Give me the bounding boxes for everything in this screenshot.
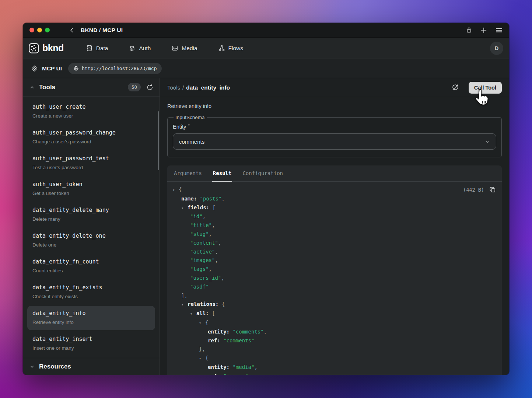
chevron-up-icon — [29, 85, 35, 90]
app-window: BKND / MCP UI bknd — [23, 23, 509, 375]
tool-item-description: Test a user's password — [32, 164, 150, 171]
json-key: relations: — [188, 301, 222, 307]
sidebar-item-auth_user_password_change[interactable]: auth_user_password_change Change a user'… — [27, 125, 155, 150]
tools-section-header[interactable]: Tools 50 — [23, 78, 160, 97]
json-string: "images" — [190, 257, 215, 263]
json-punctuation: { — [179, 186, 182, 192]
sidebar-item-data_entity_fn_count[interactable]: data_entity_fn_count Count entities — [27, 254, 155, 279]
tool-item-name: auth_user_password_test — [32, 155, 150, 162]
nav-item-media[interactable]: Media — [171, 45, 197, 52]
sidebar-item-auth_user_create[interactable]: auth_user_create Create a new user — [27, 100, 155, 124]
mcp-url-pill[interactable]: http://localhost:28623/mcp — [68, 63, 162, 74]
tool-item-name: data_entity_fn_count — [32, 258, 150, 265]
new-tab-button[interactable] — [480, 27, 487, 34]
entity-select[interactable]: comments — [173, 133, 496, 150]
json-line: "slug", — [167, 230, 502, 239]
json-punctuation: { — [222, 301, 225, 307]
tool-description: Retrieve entity info — [167, 103, 502, 109]
json-punctuation: , — [254, 364, 257, 370]
json-string: "images" — [223, 373, 248, 375]
json-line: "tags", — [167, 265, 502, 274]
input-schema-fieldset: InputSchema Entity * comments — [167, 115, 502, 157]
refresh-icon — [146, 84, 153, 91]
json-result-area: (442 B) ▾{name: "posts",▾fields: ["id","… — [167, 182, 502, 375]
call-tool-button[interactable]: Call Tool — [469, 82, 502, 94]
json-line: "images", — [167, 256, 502, 265]
sidebar-item-auth_user_password_test[interactable]: auth_user_password_test Test a user's pa… — [27, 151, 155, 175]
fingerprint-icon — [129, 45, 136, 52]
json-key: all: — [196, 310, 212, 316]
logo-text: bknd — [42, 43, 64, 53]
tree-toggle-icon[interactable]: ▾ — [181, 300, 188, 309]
minimize-window-button[interactable] — [37, 28, 42, 32]
json-punctuation: , — [212, 222, 215, 228]
sidebar-scrollbar[interactable] — [158, 111, 159, 170]
json-string: "slug" — [190, 231, 209, 237]
json-line: }, — [167, 345, 502, 354]
json-line: name: "posts", — [167, 195, 502, 203]
json-key: entity: — [208, 364, 232, 370]
lock-open-button[interactable] — [466, 27, 472, 33]
nav-items: Data Auth Media Flows — [86, 45, 243, 52]
json-string: "comments" — [232, 329, 263, 335]
breadcrumb-tool-name: data_entity_info — [186, 84, 230, 91]
menu-button[interactable] — [496, 27, 503, 33]
content-area: Tools 50 auth_user_create Create a new u… — [23, 78, 509, 375]
json-string: "tags" — [190, 266, 209, 272]
sidebar-item-auth_user_token[interactable]: auth_user_token Get a user token — [27, 177, 155, 201]
refresh-tools-button[interactable] — [146, 84, 153, 91]
copy-result-button[interactable] — [489, 186, 496, 193]
image-icon — [171, 45, 178, 52]
tree-toggle-icon[interactable]: ▾ — [181, 204, 188, 213]
mcp-toolbar: MCP UI http://localhost:28623/mcp — [23, 59, 509, 78]
hamburger-menu-icon — [496, 27, 503, 33]
resources-section-header[interactable]: Resources — [23, 358, 160, 375]
json-punctuation: , — [209, 231, 212, 237]
json-line: "title", — [167, 221, 502, 230]
json-punctuation: , — [264, 329, 267, 335]
json-string: "media" — [232, 364, 254, 370]
breadcrumb-section[interactable]: Tools — [167, 84, 180, 91]
sidebar-item-data_entity_info[interactable]: data_entity_info Retrieve entity info — [27, 306, 155, 330]
user-avatar[interactable]: D — [490, 42, 503, 55]
chevron-down-icon — [484, 139, 490, 144]
tools-section-label: Tools — [39, 84, 55, 91]
flow-icon — [218, 45, 225, 52]
chevron-down-icon — [29, 364, 35, 369]
breadcrumb-separator: / — [182, 84, 184, 91]
tool-item-description: Get a user token — [32, 190, 150, 196]
nav-label-data: Data — [96, 45, 108, 52]
nav-item-data[interactable]: Data — [86, 45, 108, 52]
nav-item-flows[interactable]: Flows — [218, 45, 243, 52]
back-button[interactable] — [69, 27, 75, 33]
json-string: "asdf" — [190, 284, 209, 290]
sidebar-item-data_entity_insert[interactable]: data_entity_insert Insert one or many — [27, 332, 155, 356]
sidebar-item-data_entity_fn_exists[interactable]: data_entity_fn_exists Check if entity ex… — [27, 280, 155, 304]
json-punctuation: { — [205, 355, 208, 361]
lock-open-icon — [466, 27, 472, 33]
json-line: ref: "comments" — [167, 336, 502, 345]
tool-item-description: Change a user's password — [32, 139, 150, 145]
tree-toggle-icon[interactable]: ▾ — [199, 354, 205, 363]
close-window-button[interactable] — [29, 28, 34, 32]
tool-item-name: data_entity_fn_exists — [32, 284, 150, 291]
json-string: "id" — [190, 213, 203, 219]
json-string: "title" — [190, 222, 212, 228]
tree-toggle-icon[interactable]: ▾ — [199, 319, 205, 328]
tree-toggle-icon[interactable]: ▾ — [190, 310, 196, 318]
input-schema-legend: InputSchema — [174, 115, 207, 120]
tool-item-description: Count entities — [32, 268, 150, 274]
bknd-logo-icon — [29, 43, 39, 53]
sidebar-item-data_entity_delete_many[interactable]: data_entity_delete_many Delete many — [27, 203, 155, 227]
bknd-logo[interactable]: bknd — [29, 43, 64, 53]
zoom-window-button[interactable] — [45, 28, 50, 32]
json-punctuation: ], — [181, 293, 188, 298]
tab-result[interactable]: Result — [212, 165, 232, 182]
tree-toggle-icon[interactable]: ▾ — [172, 186, 179, 195]
tab-configuration[interactable]: Configuration — [242, 165, 284, 182]
auto-refresh-off-button[interactable] — [451, 84, 459, 91]
tab-arguments[interactable]: Arguments — [173, 165, 203, 182]
nav-item-auth[interactable]: Auth — [129, 45, 151, 52]
sidebar-item-data_entity_delete_one[interactable]: data_entity_delete_one Delete one — [27, 228, 155, 253]
mcp-ui-title: MCP UI — [42, 65, 62, 72]
